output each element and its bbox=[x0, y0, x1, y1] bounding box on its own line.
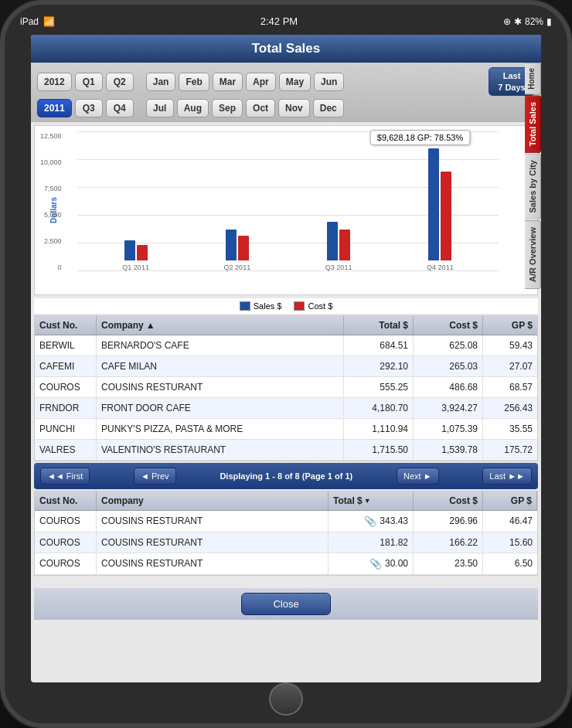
may-button[interactable]: May bbox=[279, 73, 311, 91]
filter-bar: 2012 Q1 Q2 Jan Feb Mar Apr May Jun Last7… bbox=[31, 63, 541, 122]
gp-cafemi: 27.07 bbox=[483, 356, 537, 376]
detail-cost-2: 166.22 bbox=[414, 532, 483, 553]
sidebar-item-ar-overview[interactable]: A/R Overview bbox=[525, 220, 541, 289]
filter-row-1: 2012 Q1 Q2 Jan Feb Mar Apr May Jun Last7… bbox=[37, 67, 535, 96]
q4-button[interactable]: Q4 bbox=[106, 99, 134, 117]
q1-sales-bar bbox=[124, 240, 135, 260]
jul-button[interactable]: Jul bbox=[146, 99, 174, 117]
y-label-7500: 7,500 bbox=[40, 185, 62, 192]
company-couros: COUSINS RESTURANT bbox=[97, 377, 344, 397]
aug-button[interactable]: Aug bbox=[177, 99, 209, 117]
sidebar-item-total-sales[interactable]: Total Sales bbox=[525, 95, 541, 153]
detail-cust-no-2: COUROS bbox=[35, 532, 97, 553]
mar-button[interactable]: Mar bbox=[213, 73, 243, 91]
detail-header-company: Company bbox=[97, 492, 329, 510]
cust-no-punchi: PUNCHI bbox=[35, 419, 97, 439]
nov-button[interactable]: Nov bbox=[278, 99, 310, 117]
close-bar: Close bbox=[34, 588, 538, 620]
attach-icon-1: 📎 bbox=[364, 515, 376, 527]
icloud-icon: ⊕ bbox=[503, 16, 511, 27]
detail-header-gp: GP $ bbox=[483, 492, 537, 510]
q2-x-label: Q2 2011 bbox=[224, 264, 251, 271]
detail-total-1: 📎 343.43 bbox=[329, 511, 414, 532]
detail-total-2: 181.82 bbox=[329, 532, 414, 553]
gp-frndor: 256.43 bbox=[483, 398, 537, 418]
cust-no-berwil: BERWIL bbox=[35, 335, 97, 355]
legend-sales: Sales $ bbox=[240, 301, 282, 311]
y-label-12500: 12,500 bbox=[40, 132, 62, 140]
legend-cost-label: Cost $ bbox=[308, 301, 332, 311]
dec-button[interactable]: Dec bbox=[313, 99, 344, 117]
detail-table-row: COUROS COUSINS RESTURANT 📎 30.00 23.50 6… bbox=[35, 553, 537, 575]
oct-button[interactable]: Oct bbox=[246, 99, 275, 117]
jan-button[interactable]: Jan bbox=[146, 73, 176, 91]
sep-button[interactable]: Sep bbox=[212, 99, 243, 117]
sidebar-item-sales-by-city[interactable]: Sales by City bbox=[525, 153, 541, 219]
jun-button[interactable]: Jun bbox=[314, 73, 344, 91]
total-punchi: 1,110.94 bbox=[344, 419, 414, 439]
total-berwil: 684.51 bbox=[344, 335, 414, 355]
year-2012-button[interactable]: 2012 bbox=[37, 73, 72, 91]
detail-header-cost: Cost $ bbox=[414, 492, 483, 510]
header-gp: GP $ bbox=[483, 316, 537, 335]
q1-button[interactable]: Q1 bbox=[75, 73, 103, 91]
cust-no-frndor: FRNDOR bbox=[35, 398, 97, 418]
feb-button[interactable]: Feb bbox=[179, 73, 209, 91]
y-label-5000: 5,000 bbox=[40, 211, 62, 219]
q2-bar-group: Q2 2011 bbox=[224, 230, 251, 271]
cost-valres: 1,539.78 bbox=[414, 440, 483, 460]
detail-table-row: COUROS COUSINS RESTURANT 📎 343.43 296.96… bbox=[35, 511, 537, 532]
total-frndor: 4,180.70 bbox=[344, 398, 414, 418]
table-row: CAFEMI CAFE MILAN 292.10 265.03 27.07 bbox=[35, 356, 537, 377]
q2-button[interactable]: Q2 bbox=[106, 73, 134, 91]
legend-sales-color bbox=[240, 301, 250, 311]
next-button[interactable]: Next ► bbox=[397, 468, 439, 485]
chart-tooltip: $9,628.18 GP: 78.53% bbox=[370, 130, 470, 145]
detail-gp-2: 15.60 bbox=[483, 532, 537, 553]
total-cafemi: 292.10 bbox=[344, 356, 414, 376]
sidebar-item-home[interactable]: Home bbox=[525, 63, 541, 95]
company-berwil: BERNARDO'S CAFE bbox=[97, 335, 344, 355]
apr-button[interactable]: Apr bbox=[246, 73, 276, 91]
last-button[interactable]: Last ►► bbox=[482, 468, 532, 485]
header-cust-no: Cust No. bbox=[35, 316, 97, 335]
gp-couros: 68.57 bbox=[483, 377, 537, 397]
detail-cust-no-1: COUROS bbox=[35, 511, 97, 532]
q4-sales-bar bbox=[428, 148, 439, 260]
detail-table: Cust No. Company Total $ ▼ Cost $ GP $ C… bbox=[34, 491, 538, 576]
status-left: iPad 📶 bbox=[20, 16, 55, 27]
battery-level: 82% bbox=[525, 16, 543, 27]
sort-arrow: ▲ bbox=[146, 320, 155, 331]
gp-valres: 175.72 bbox=[483, 440, 537, 460]
home-button[interactable] bbox=[269, 682, 303, 716]
attach-icon-3: 📎 bbox=[369, 558, 382, 570]
q1-bar-group: Q1 2011 bbox=[122, 240, 149, 271]
ipad-frame: iPad 📶 2:42 PM ⊕ ✱ 82% ▮ Total Sales 201… bbox=[0, 0, 572, 728]
cust-no-couros: COUROS bbox=[35, 377, 97, 397]
cost-couros: 486.68 bbox=[414, 377, 483, 397]
q1-x-label: Q1 2011 bbox=[122, 264, 149, 271]
q3-button[interactable]: Q3 bbox=[75, 99, 103, 117]
detail-company-3: COUSINS RESTURANT bbox=[97, 553, 329, 574]
close-button[interactable]: Close bbox=[241, 593, 330, 615]
bluetooth-icon: ✱ bbox=[514, 16, 522, 27]
q2-bar-pair bbox=[226, 230, 249, 260]
prev-button[interactable]: ◄ Prev bbox=[134, 468, 176, 485]
table-row: FRNDOR FRONT DOOR CAFE 4,180.70 3,924.27… bbox=[35, 398, 537, 419]
table-row: PUNCHI PUNKY'S PIZZA, PASTA & MORE 1,110… bbox=[35, 419, 537, 440]
header-company[interactable]: Company ▲ bbox=[97, 316, 344, 335]
detail-cost-3: 23.50 bbox=[414, 553, 483, 574]
q3-bar-pair bbox=[327, 222, 350, 260]
header-total: Total $ bbox=[344, 316, 414, 335]
q4-x-label: Q4 2011 bbox=[427, 264, 454, 271]
first-button[interactable]: ◄◄ First bbox=[40, 468, 90, 485]
detail-header-cust-no: Cust No. bbox=[35, 492, 97, 510]
app-title: Total Sales bbox=[252, 41, 321, 56]
cost-cafemi: 265.03 bbox=[414, 356, 483, 376]
company-punchi: PUNKY'S PIZZA, PASTA & MORE bbox=[97, 419, 344, 439]
year-2011-button[interactable]: 2011 bbox=[37, 99, 72, 117]
q3-bar-group: Q3 2011 bbox=[325, 222, 352, 271]
detail-company-1: COUSINS RESTURANT bbox=[97, 511, 329, 532]
detail-gp-3: 6.50 bbox=[483, 553, 537, 574]
total-sort-down: ▼ bbox=[364, 497, 371, 505]
